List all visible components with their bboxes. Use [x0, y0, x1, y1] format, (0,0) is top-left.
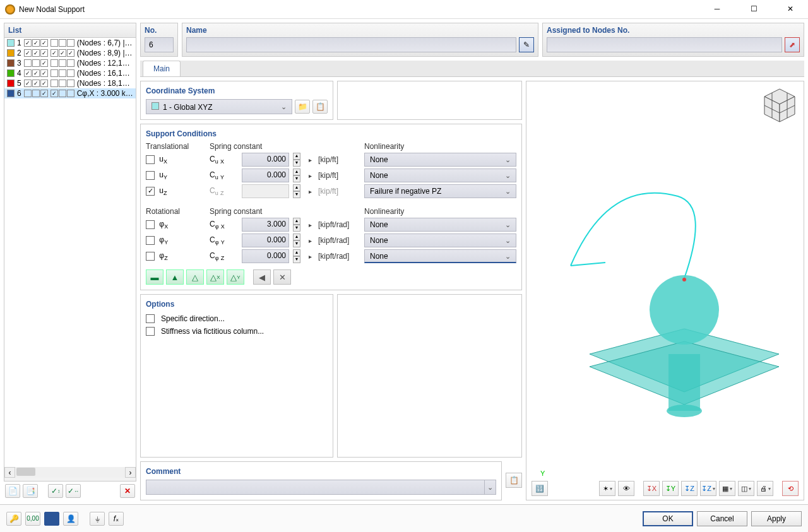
preset-roller-y-button[interactable]: △Y: [227, 269, 244, 285]
view-x-button[interactable]: ↧X: [643, 481, 660, 496]
spring-constant-input[interactable]: 3.000: [242, 218, 289, 232]
translation-checkboxes[interactable]: [24, 59, 48, 67]
scroll-left-button[interactable]: ‹: [4, 467, 15, 478]
scroll-thumb[interactable]: [16, 468, 35, 476]
minimize-button[interactable]: ─: [704, 1, 730, 18]
translation-checkboxes[interactable]: [24, 80, 48, 87]
number-input[interactable]: 6: [145, 37, 174, 52]
new-item-button[interactable]: 📄: [5, 484, 20, 498]
assigned-input[interactable]: [547, 37, 782, 52]
units-button[interactable]: 0,00: [25, 512, 40, 526]
nonlinearity-dropdown[interactable]: None: [364, 218, 516, 232]
preset-fixed-button[interactable]: ▲: [166, 269, 184, 285]
reset-view-button[interactable]: ⟲: [782, 481, 799, 496]
preset-prev-button[interactable]: ◀: [253, 269, 271, 285]
spring-constant-input[interactable]: 0.000: [242, 153, 289, 167]
uncheck-all-button[interactable]: ✓↔: [66, 484, 81, 498]
display-settings-button[interactable]: 👤: [63, 512, 78, 526]
dof-checkbox[interactable]: [146, 236, 155, 245]
preset-hinged-button[interactable]: △: [186, 269, 204, 285]
rotation-checkboxes[interactable]: [50, 59, 74, 67]
coord-system-dropdown[interactable]: 1 - Global XYZ: [146, 99, 292, 114]
dof-checkbox[interactable]: [146, 252, 155, 261]
nonlinearity-dropdown[interactable]: None: [364, 249, 516, 263]
spring-constant-input[interactable]: 0.000: [242, 233, 289, 247]
list-item[interactable]: 1 (Nodes : 6,7) | Hinged: [4, 38, 136, 48]
print-button[interactable]: 🖨: [757, 481, 773, 496]
scroll-right-button[interactable]: ›: [125, 467, 136, 478]
close-button[interactable]: ✕: [778, 1, 803, 18]
zoom-button[interactable]: 👁: [618, 481, 634, 496]
list-item[interactable]: 3 (Nodes : 12,14) | Roller: [4, 58, 136, 68]
edit-name-button[interactable]: ✎: [519, 37, 534, 52]
translation-checkboxes[interactable]: [24, 69, 48, 77]
rotation-checkboxes[interactable]: [50, 49, 74, 57]
ground-button[interactable]: ⏚: [90, 512, 105, 526]
list-item[interactable]: 2 (Nodes : 8,9) | Fixed: [4, 48, 136, 58]
spinner-buttons[interactable]: ▲▼: [293, 233, 300, 247]
toggle-preview-button[interactable]: [44, 512, 59, 526]
wireframe-button[interactable]: ◫: [738, 481, 754, 496]
dof-checkbox[interactable]: [146, 187, 155, 196]
help-button[interactable]: 🔑: [6, 512, 21, 526]
specific-direction-checkbox[interactable]: [146, 314, 155, 323]
tab-strip: Main: [140, 61, 804, 77]
spring-constant-input[interactable]: 0.000: [242, 168, 289, 182]
axis-button[interactable]: ✶: [599, 481, 615, 496]
nonlinearity-dropdown[interactable]: None: [364, 168, 516, 182]
preset-free-button[interactable]: ▬: [146, 269, 163, 285]
translation-checkboxes[interactable]: [24, 90, 48, 97]
expand-button[interactable]: ▸: [306, 172, 314, 179]
tab-main[interactable]: Main: [143, 61, 181, 76]
comment-dropdown[interactable]: [146, 480, 496, 495]
preset-roller-x-button[interactable]: △X: [206, 269, 224, 285]
nonlinearity-dropdown[interactable]: Failure if negative PZ: [364, 184, 516, 198]
preview-3d[interactable]: Y 🔢 ✶ 👁 ↧X ↧Y ↧Z ↧Z ▦ ◫ 🖨: [526, 81, 804, 500]
expand-button[interactable]: ▸: [306, 222, 314, 228]
rotation-checkboxes[interactable]: [50, 80, 74, 87]
delete-item-button[interactable]: ✕: [120, 484, 135, 498]
dof-checkbox[interactable]: [146, 155, 155, 164]
rotation-checkboxes[interactable]: [50, 69, 74, 77]
pick-nodes-button[interactable]: ⬈: [785, 37, 800, 52]
translation-checkboxes[interactable]: [24, 49, 48, 57]
view-y-button[interactable]: ↧Y: [662, 481, 679, 496]
spinner-buttons[interactable]: ▲▼: [293, 168, 300, 182]
coord-new-button[interactable]: 📋: [312, 100, 328, 114]
spinner-buttons[interactable]: ▲▼: [293, 249, 300, 263]
preview-results-button[interactable]: 🔢: [532, 481, 548, 496]
spinner-buttons[interactable]: ▲▼: [293, 218, 300, 232]
rotation-checkboxes[interactable]: [50, 39, 74, 47]
fictitious-column-checkbox[interactable]: [146, 327, 155, 336]
check-all-button[interactable]: ✓↕: [48, 484, 63, 498]
function-button[interactable]: fₓ: [109, 512, 124, 526]
translation-checkboxes[interactable]: [24, 39, 48, 47]
list-item[interactable]: 4 (Nodes : 16,17) | Roller: [4, 68, 136, 78]
spinner-buttons[interactable]: ▲▼: [293, 153, 300, 167]
list-item[interactable]: 5 (Nodes : 18,19) | Roller: [4, 78, 136, 88]
spring-constant-input[interactable]: 0.000: [242, 249, 289, 263]
ok-button[interactable]: OK: [643, 511, 693, 526]
dof-checkbox[interactable]: [146, 171, 155, 180]
expand-button[interactable]: ▸: [306, 253, 314, 260]
apply-button[interactable]: Apply: [751, 511, 802, 526]
duplicate-item-button[interactable]: 📑: [23, 484, 38, 498]
rotation-checkboxes[interactable]: [50, 90, 74, 97]
coord-library-button[interactable]: 📁: [295, 100, 310, 114]
list-horizontal-scrollbar[interactable]: ‹ ›: [4, 467, 136, 478]
name-input[interactable]: [186, 37, 516, 52]
cancel-button[interactable]: Cancel: [697, 511, 747, 526]
nonlinearity-dropdown[interactable]: None: [364, 153, 516, 167]
render-mode-button[interactable]: ▦: [719, 481, 735, 496]
expand-button[interactable]: ▸: [306, 237, 314, 244]
list-item[interactable]: 6 Cφ,X : 3.000 kipft/rad: [4, 88, 136, 98]
copy-comment-button[interactable]: 📋: [506, 473, 522, 488]
expand-button[interactable]: ▸: [306, 157, 314, 163]
nonlinearity-dropdown[interactable]: None: [364, 233, 516, 247]
maximize-button[interactable]: ☐: [741, 1, 766, 18]
dof-checkbox[interactable]: [146, 220, 155, 229]
view-z-button[interactable]: ↧Z: [681, 481, 698, 496]
preset-misc-button[interactable]: ✕: [273, 269, 291, 285]
view-iso-button[interactable]: ↧Z: [700, 481, 716, 496]
support-list[interactable]: 1 (Nodes : 6,7) | Hinged 2 (Nodes : 8,9)…: [4, 38, 136, 467]
